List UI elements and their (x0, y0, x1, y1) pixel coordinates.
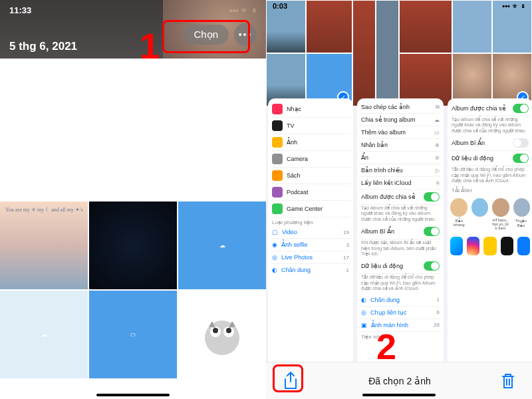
svg-point-4 (226, 328, 231, 333)
action-item[interactable]: Ẩn⊘ (360, 152, 441, 164)
toggle-row[interactable]: Album được chia sẻ (450, 101, 530, 116)
date-header: 5 thg 6, 2021 (9, 40, 77, 53)
action-item[interactable]: Thêm vào album▭ (360, 126, 441, 139)
photo-tile[interactable]: ☁︎ (0, 291, 88, 378)
toggle-row[interactable]: Album Bí Ẩn (450, 136, 530, 151)
action-item[interactable]: Nhân bản⊕ (360, 139, 441, 152)
list-item[interactable]: ◎Chụp liên tục6 (360, 307, 441, 319)
messenger-icon[interactable] (450, 237, 463, 255)
contact-avatar[interactable] (471, 198, 489, 217)
contact-avatar[interactable] (513, 198, 531, 217)
selection-count: Đã chọn 2 ảnh (368, 376, 431, 386)
section-header: Tiện ích (360, 332, 441, 340)
description: Khi được bật, album Bị ẩn sẽ xuất hiện t… (360, 239, 441, 259)
phone-screen-1: 11:33 ••• ᯤ ▮ 5 thg 6, 2021 Chọn ••• You… (0, 0, 266, 399)
highlight-box-1 (162, 20, 250, 53)
list-item[interactable]: ◐Chân dung1 (271, 264, 350, 276)
photo-thumb[interactable] (352, 0, 376, 106)
list-item[interactable]: Game Center (271, 201, 350, 217)
delete-button[interactable] (500, 372, 516, 390)
time: 0:03 (273, 2, 287, 10)
list-item[interactable]: ◎Live Photos17 (271, 251, 350, 264)
list-item[interactable]: ◉Ảnh selfie3 (271, 239, 350, 251)
action-item[interactable]: Chia sẻ trong album☁ (360, 114, 441, 126)
app-icon[interactable] (517, 237, 530, 255)
list-item[interactable]: Camera (271, 151, 350, 168)
action-item[interactable]: Sao chép các ảnh⧉ (360, 101, 441, 114)
photo-tile[interactable] (178, 291, 266, 378)
photo-grid[interactable]: You are my ☀ my ☾ and all my ✦'s ☁︎ ☁︎ ⬭ (0, 201, 266, 378)
description: Tạo album để chia sẻ với những người khá… (450, 116, 530, 136)
description: Tắt dữ liệu di động để chỉ cho phép cập … (360, 274, 441, 293)
home-indicator (362, 394, 436, 396)
photo-tile[interactable] (89, 201, 177, 289)
home-indicator (96, 394, 170, 396)
list-item[interactable]: Sách (271, 168, 350, 184)
description: Tắt dữ liệu di động để chỉ cho phép cập … (450, 166, 530, 186)
list-item[interactable]: Podcast (271, 184, 350, 201)
photo-tile[interactable]: ☁︎ (178, 201, 266, 289)
tiktok-icon[interactable] (501, 237, 513, 255)
list-item[interactable]: Nhạc (271, 101, 350, 118)
highlight-box-2 (273, 364, 303, 392)
toggle-row[interactable]: Dữ liệu di động (450, 151, 530, 166)
section-header: Loại phương tiện (271, 217, 350, 226)
list-item[interactable]: TV (271, 118, 350, 134)
photo-grid-top: ✓ ✓ (266, 0, 532, 106)
list-item[interactable]: Ảnh (271, 134, 350, 151)
phone-screen-2: 0:03 ••• ᯤ ▯ ✓ ✓ Nhạc TV Ảnh Camera Sách… (266, 0, 532, 399)
share-apps[interactable] (450, 237, 530, 255)
contact-avatar[interactable] (450, 198, 467, 217)
photo-tile[interactable]: ⬭ (89, 291, 177, 378)
time: 11:33 (9, 5, 31, 15)
svg-point-3 (213, 328, 218, 333)
toggle-icon[interactable] (424, 192, 440, 201)
toggle-row[interactable]: Album được chia sẻ (360, 190, 441, 205)
app-icon[interactable] (483, 237, 496, 255)
list-item[interactable]: ▢Video19 (271, 226, 350, 239)
action-sheet[interactable]: Sao chép các ảnh⧉ Chia sẻ trong album☁ T… (357, 98, 444, 374)
toggle-icon[interactable] (513, 104, 529, 113)
step-number-2: 2 (376, 326, 396, 367)
contact-avatar[interactable] (492, 198, 509, 217)
action-item[interactable]: Bản trình chiếu▷ (360, 164, 441, 177)
airdrop-contacts[interactable] (450, 198, 530, 217)
toggle-icon[interactable] (424, 261, 440, 271)
action-item[interactable]: Lấy liên kết iCloud⎘ (360, 177, 441, 190)
toggle-icon[interactable] (513, 138, 529, 148)
instagram-icon[interactable] (467, 237, 479, 255)
description: Tạo album để chia sẻ với những người khá… (360, 205, 441, 224)
photo-tile[interactable]: You are my ☀ my ☾ and all my ✦'s (0, 201, 88, 289)
photo-thumb[interactable] (376, 0, 399, 106)
status-icons: ••• ᯤ ▯ (502, 2, 525, 10)
list-item[interactable]: ▣Ảnh màn hình28 (360, 319, 441, 332)
settings-panel-3[interactable]: Album được chia sẻ Tạo album để chia sẻ … (448, 98, 532, 374)
toggle-row[interactable]: Album Bí Ẩn (360, 224, 441, 239)
toggle-icon[interactable] (424, 227, 440, 236)
date-separator (0, 59, 266, 201)
settings-panel-1[interactable]: Nhạc TV Ảnh Camera Sách Podcast Game Cen… (268, 98, 353, 374)
section-header: TẢI ẢNH (450, 186, 530, 194)
step-number-1: 1 (140, 25, 160, 66)
toggle-icon[interactable] (513, 154, 529, 163)
toggle-row[interactable]: Dữ liệu di động (360, 259, 441, 274)
list-item[interactable]: ◐Chân dung1 (360, 294, 441, 307)
